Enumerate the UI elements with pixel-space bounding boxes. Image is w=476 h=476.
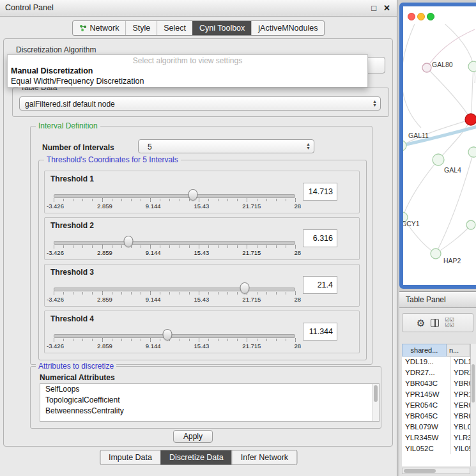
tab-style[interactable]: Style bbox=[125, 21, 157, 35]
table-panel-title: Table Panel bbox=[406, 292, 446, 307]
interval-definition-group: Interval Definition Number of Intervals … bbox=[30, 126, 372, 365]
apply-button[interactable]: Apply bbox=[173, 430, 213, 443]
node-circle[interactable] bbox=[468, 147, 476, 157]
cyni-toolbox-panel: Discretization Algorithm Select algorith… bbox=[3, 38, 393, 447]
tab-jactivemnodules[interactable]: jActiveMNodules bbox=[251, 21, 324, 35]
table-vertical-scrollbar[interactable] bbox=[470, 344, 476, 466]
titlebar: Control Panel □ ✕ bbox=[0, 0, 397, 17]
edge-path bbox=[436, 225, 471, 254]
table-header-row: shared... n... bbox=[402, 344, 470, 357]
number-of-intervals-combobox[interactable]: 5 ▲▼ bbox=[138, 139, 314, 153]
table-panel-header: Table Panel bbox=[399, 291, 476, 308]
attributes-group: Attributes to discretize Numerical Attri… bbox=[30, 366, 381, 429]
table-row[interactable]: YPR145WYPR14 bbox=[402, 389, 470, 400]
edge-path bbox=[438, 119, 471, 160]
table-row[interactable]: YBR043CYBR04 bbox=[402, 378, 470, 389]
tab-select[interactable]: Select bbox=[157, 21, 192, 35]
tab-network[interactable]: Network bbox=[73, 21, 126, 35]
numerical-attributes-list[interactable]: SelfLoops TopologicalCoefficient Between… bbox=[40, 383, 380, 422]
node-label: GAL4 bbox=[444, 166, 461, 174]
combo-stepper-icon: ▲▼ bbox=[306, 142, 311, 150]
tab-impute-data[interactable]: Impute Data bbox=[100, 450, 160, 464]
table-row[interactable]: YER054CYER05 bbox=[402, 400, 470, 411]
network-canvas[interactable]: GAL80 GAL11 GAL4 GCY1 HAP2 bbox=[403, 24, 476, 285]
threshold-4-block: Threshold 4 11.344 -3.4262.8599.14415.43… bbox=[44, 311, 360, 353]
node-circle[interactable] bbox=[422, 63, 431, 72]
dropdown-option-manual-discretization[interactable]: Manual Discretization bbox=[8, 66, 367, 76]
threshold-slider[interactable]: -3.4262.8599.14415.4321.71528 bbox=[54, 280, 295, 304]
table-data-selected-value: galFiltered.sif default node bbox=[25, 97, 115, 111]
slider-minor-ticks bbox=[54, 245, 296, 248]
tab-infer-network[interactable]: Infer Network bbox=[232, 450, 296, 464]
network-view-window: GAL80 GAL11 GAL4 GCY1 HAP2 bbox=[399, 3, 476, 289]
tab-label: Infer Network bbox=[241, 453, 288, 462]
tab-cyni-toolbox[interactable]: Cyni Toolbox bbox=[192, 21, 251, 35]
threshold-value-field[interactable]: 21.4 bbox=[303, 276, 337, 294]
scrollbar-thumb[interactable] bbox=[404, 469, 436, 473]
float-window-icon[interactable]: □ bbox=[371, 0, 376, 16]
threshold-1-block: Threshold 1 14.713 -3.4262.8599.14415.43… bbox=[44, 171, 360, 213]
node-circle[interactable] bbox=[431, 249, 441, 259]
node-circle[interactable] bbox=[466, 220, 475, 229]
threshold-slider[interactable]: -3.4262.8599.14415.4321.71528 bbox=[54, 326, 295, 351]
list-item[interactable]: BetweennessCentrality bbox=[40, 406, 379, 417]
column-header-name[interactable]: n... bbox=[447, 344, 470, 357]
edge-path bbox=[403, 160, 438, 217]
selected-node-circle[interactable] bbox=[465, 114, 476, 125]
threshold-value-field[interactable]: 14.713 bbox=[303, 183, 337, 201]
tab-label: Select bbox=[164, 21, 186, 35]
attributes-group-title: Attributes to discretize bbox=[36, 362, 116, 371]
threshold-slider[interactable]: -3.4262.8599.14415.4321.71528 bbox=[54, 187, 295, 211]
thresholds-group-title: Threshold's Coordinates for 5 Intervals bbox=[44, 155, 181, 164]
table-row[interactable]: YIL052CYIL05 bbox=[402, 443, 470, 454]
control-panel-window: Control Panel □ ✕ Network Style Select C… bbox=[0, 0, 397, 476]
table-data-combobox[interactable]: galFiltered.sif default node ▲▼ bbox=[19, 96, 381, 111]
node-circle[interactable] bbox=[468, 61, 476, 72]
number-of-intervals-value: 5 bbox=[148, 140, 152, 154]
top-tab-bar: Network Style Select Cyni Toolbox jActiv… bbox=[72, 20, 325, 36]
node-circle[interactable] bbox=[403, 141, 406, 151]
slider-minor-ticks bbox=[54, 339, 296, 341]
columns-icon[interactable] bbox=[431, 319, 439, 327]
table-row[interactable]: YDR27...YDR27 bbox=[402, 367, 470, 378]
tab-label: Impute Data bbox=[109, 453, 152, 462]
attributes-list-scrollbar[interactable] bbox=[372, 384, 379, 421]
table-row[interactable]: YDL19...YDL19 bbox=[402, 357, 470, 367]
tab-discretize-data[interactable]: Discretize Data bbox=[160, 450, 232, 464]
tab-label: jActiveMNodules bbox=[258, 21, 318, 35]
number-of-intervals-label: Number of Intervals bbox=[42, 143, 114, 152]
dropdown-option-equal-width[interactable]: Equal Width/Frequency Discretization bbox=[8, 76, 367, 86]
close-icon[interactable]: ✕ bbox=[383, 0, 390, 16]
threshold-label: Threshold 3 bbox=[50, 268, 94, 277]
table-panel: ⚙ ☑☑☑☑ shared... n... YDL19...YDL19 YDR2… bbox=[399, 308, 476, 476]
select-columns-icon[interactable]: ☑☑☑☑ bbox=[445, 318, 454, 328]
node-label: GAL80 bbox=[432, 61, 453, 68]
interval-definition-title: Interval Definition bbox=[36, 121, 100, 130]
threshold-2-block: Threshold 2 6.316 -3.4262.8599.14415.432… bbox=[44, 217, 360, 260]
scrollbar-thumb[interactable] bbox=[472, 364, 475, 403]
table-horizontal-scrollbar[interactable] bbox=[402, 468, 470, 474]
edge-path bbox=[441, 24, 475, 83]
edge-path bbox=[471, 66, 473, 119]
table-row[interactable]: YBR045CYBR04 bbox=[402, 411, 470, 422]
zoom-traffic-light-icon[interactable] bbox=[427, 13, 434, 20]
combo-stepper-icon: ▲▼ bbox=[372, 100, 377, 107]
table-row[interactable]: YLR345WYLR34 bbox=[402, 433, 470, 443]
list-item[interactable]: TopologicalCoefficient bbox=[40, 395, 379, 406]
slider-scale-labels: -3.4262.8599.14415.4321.71528 bbox=[47, 296, 301, 303]
table-row[interactable]: YBL079WYBL07 bbox=[402, 422, 470, 433]
algorithm-dropdown-popup: Select algorithm to view settings Manual… bbox=[7, 54, 368, 88]
threshold-value-field[interactable]: 6.316 bbox=[303, 229, 337, 247]
close-traffic-light-icon[interactable] bbox=[408, 13, 415, 20]
threshold-value-field[interactable]: 11.344 bbox=[303, 323, 337, 341]
gear-icon[interactable]: ⚙ bbox=[417, 318, 425, 328]
slider-scale-labels: -3.4262.8599.14415.4321.71528 bbox=[47, 342, 301, 349]
minimize-traffic-light-icon[interactable] bbox=[417, 13, 425, 20]
list-item[interactable]: SelfLoops bbox=[40, 384, 379, 395]
scrollbar-thumb[interactable] bbox=[374, 385, 378, 402]
screen: Control Panel □ ✕ Network Style Select C… bbox=[0, 0, 476, 476]
node-circle[interactable] bbox=[433, 154, 444, 165]
edge-path bbox=[427, 68, 471, 119]
threshold-slider[interactable]: -3.4262.8599.14415.4321.71528 bbox=[54, 233, 295, 257]
column-header-shared-name[interactable]: shared... bbox=[402, 344, 447, 357]
